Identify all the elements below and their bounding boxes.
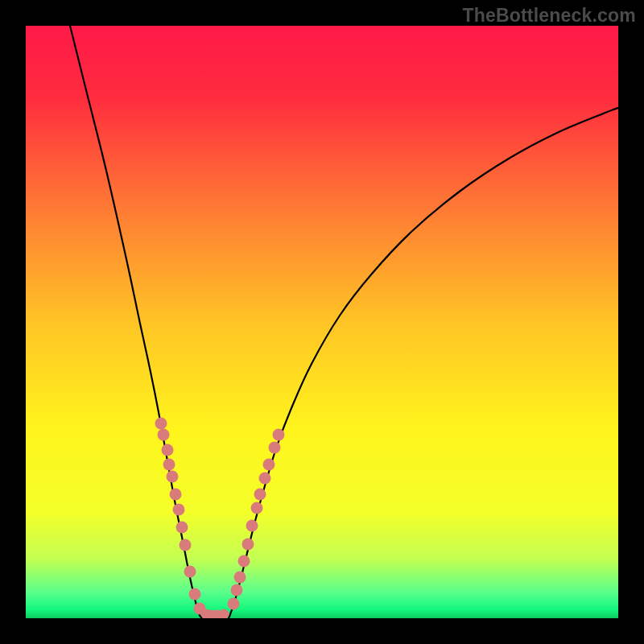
curve-layer	[26, 26, 618, 618]
data-dot	[173, 504, 185, 516]
data-dot	[259, 473, 271, 485]
data-dot	[251, 502, 263, 514]
data-dot	[163, 459, 175, 471]
data-dot	[238, 555, 250, 568]
data-dot	[176, 522, 188, 534]
data-dot	[273, 429, 285, 441]
data-dot	[180, 539, 192, 551]
data-dot	[263, 459, 275, 471]
data-dot	[162, 444, 174, 456]
plot-area	[26, 26, 618, 618]
curve-right-curve	[229, 108, 618, 618]
data-dot	[170, 489, 182, 501]
data-dot	[231, 584, 243, 597]
data-dot	[184, 566, 196, 578]
data-dot	[234, 572, 246, 584]
data-dot	[167, 471, 179, 483]
data-dot	[158, 429, 170, 441]
data-dot	[242, 539, 254, 551]
data-dot	[246, 520, 258, 532]
data-dot	[189, 588, 201, 601]
data-dot	[269, 442, 281, 454]
data-dot	[219, 609, 229, 619]
chart-frame: TheBottleneck.com	[0, 0, 644, 644]
data-dot	[155, 418, 167, 430]
data-dot	[254, 489, 266, 501]
watermark-text: TheBottleneck.com	[462, 5, 636, 27]
data-dot	[228, 598, 240, 610]
